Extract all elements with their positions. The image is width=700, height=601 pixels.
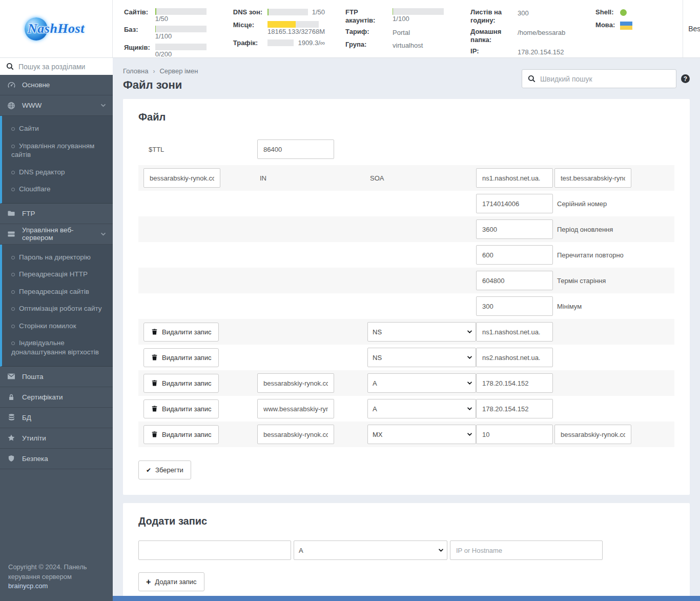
account-stats: Сайтів:1/50Баз:1/100Ящиків:0/200DNS зон:… [113, 0, 683, 57]
sidebar-subitem-label: Оптимізація роботи сайту [19, 305, 102, 312]
record-name-input[interactable] [257, 425, 334, 444]
delete-record-button[interactable]: Видалити запис [143, 323, 219, 342]
sidebar-item-utilities[interactable]: Утиліти [0, 428, 113, 449]
logo[interactable]: NashHost [0, 0, 113, 57]
sidebar-subitem[interactable]: Сайти [2, 120, 113, 137]
trash-icon [151, 354, 158, 361]
new-record-value-input[interactable] [450, 540, 603, 560]
sidebar-item-ftp[interactable]: FTP [0, 204, 113, 224]
sidebar-subitem[interactable]: Оптимізація роботи сайту [2, 300, 113, 317]
sidebar-subitem[interactable]: Пароль на директорію [2, 249, 113, 266]
top-header: NashHost Сайтів:1/50Баз:1/100Ящиків:0/20… [0, 0, 700, 58]
add-record-panel: Додати запис NSAMX + Додати запис [123, 503, 690, 601]
delete-record-button[interactable]: Видалити запис [143, 399, 219, 418]
add-record-form: NSAMX [138, 540, 674, 560]
record-extra-input[interactable] [554, 425, 631, 444]
sidebar-item-main[interactable]: Основне [0, 75, 113, 95]
zone-record-row: Серійний номер [138, 191, 674, 216]
stat-value-text: 300 [518, 8, 575, 17]
quick-search-input[interactable] [540, 75, 670, 83]
circle-bullet-icon [11, 145, 15, 148]
delete-record-button-label: Видалити запис [162, 328, 211, 336]
ttl-input[interactable] [257, 139, 334, 159]
record-type-select-wrap: NSAMX [367, 379, 476, 387]
record-type-select[interactable]: NSAMX [367, 348, 476, 367]
sidebar-item-certificates[interactable]: Сертифікати [0, 387, 113, 408]
circle-bullet-icon [11, 171, 15, 174]
record-name-input[interactable] [257, 373, 334, 393]
progress-bar [155, 8, 207, 15]
breadcrumb-separator-icon: › [153, 68, 155, 75]
sidebar-item-mail[interactable]: Пошта [0, 367, 113, 387]
stat-value-text: virtualhost [393, 41, 450, 50]
new-record-name-input[interactable] [138, 540, 291, 560]
sidebar-subitem[interactable]: Індивідуальне доналаштування віртхостів [2, 334, 113, 360]
brainycp-link[interactable]: brainycp.com [8, 582, 48, 590]
save-button-label: Зберегти [155, 466, 183, 474]
sidebar-footer: Copyright © 2024. Панель керування серве… [0, 555, 113, 601]
soa-param-input[interactable] [476, 194, 553, 213]
sidebar-subitem[interactable]: DNS редактор [2, 164, 113, 181]
sidebar-item-security[interactable]: Безпека [0, 449, 113, 469]
ttl-row: $TTL [138, 136, 674, 162]
sidebar-item-www[interactable]: WWW [0, 95, 113, 116]
soa-primary-ns-input[interactable] [476, 168, 553, 188]
stat-label: Тариф: [345, 28, 387, 37]
save-button[interactable]: ✔ Зберегти [138, 460, 191, 479]
record-type-select[interactable]: NSAMX [367, 425, 476, 444]
progress-bar [155, 26, 207, 32]
sidebar-item-db[interactable]: БД [0, 408, 113, 428]
record-type-select-wrap: NSAMX [367, 405, 476, 413]
sidebar-search-input[interactable] [18, 63, 107, 71]
sidebar-item-label: Утиліти [22, 434, 106, 442]
sidebar-subitem[interactable]: Переадресація HTTP [2, 266, 113, 283]
soa-name-input[interactable] [143, 168, 220, 188]
breadcrumb-home-link[interactable]: Головна [123, 67, 148, 75]
stat-label: Баз: [124, 26, 150, 39]
stat-value: 1/50 [267, 8, 325, 17]
help-icon[interactable]: ? [681, 74, 690, 83]
record-value-input[interactable] [476, 373, 553, 393]
table-cell [476, 245, 554, 265]
sidebar-search [0, 58, 113, 75]
record-value-input[interactable] [476, 399, 553, 418]
sidebar-subitem[interactable]: Переадресація сайтів [2, 283, 113, 300]
soa-param-label: Серійний номер [554, 200, 607, 208]
record-type-select[interactable]: NSAMX [367, 399, 476, 418]
zone-record-row: Видалити записNSAMX [138, 396, 674, 422]
record-type-select[interactable]: NSAMX [367, 322, 476, 342]
new-record-type-select[interactable]: NSAMX [294, 540, 447, 560]
record-value-input[interactable] [476, 425, 553, 444]
ukraine-flag-icon[interactable] [620, 22, 632, 30]
soa-param-input[interactable] [476, 245, 553, 265]
horizontal-scrollbar[interactable] [113, 596, 700, 601]
soa-param-input[interactable] [476, 271, 553, 290]
star-icon [7, 434, 16, 442]
stat-value [620, 8, 677, 17]
soa-param-input[interactable] [476, 296, 553, 316]
stat-value: Portal [393, 28, 450, 37]
record-value-input[interactable] [476, 322, 553, 342]
sidebar-subitem[interactable]: Cloudflare [2, 181, 113, 198]
soa-param-label: Серійний номер [554, 200, 669, 208]
app-window: NashHost Сайтів:1/50Баз:1/100Ящиків:0/20… [0, 0, 700, 601]
soa-param-label: Період оновлення [554, 226, 613, 233]
sidebar-subitem[interactable]: Управління логуванням сайтів [2, 137, 113, 164]
delete-record-button[interactable]: Видалити запис [143, 348, 219, 367]
breadcrumb: Головна › Сервер імен [123, 63, 198, 75]
trash-icon [151, 431, 158, 438]
add-record-button[interactable]: + Додати запис [138, 572, 204, 591]
delete-record-button[interactable]: Видалити запис [143, 425, 219, 444]
table-cell [476, 168, 554, 188]
delete-record-button[interactable]: Видалити запис [143, 374, 219, 393]
soa-admin-input[interactable] [554, 168, 631, 188]
sidebar-subitem[interactable]: Сторінки помилок [2, 317, 113, 335]
user-menu[interactable]: Bessarab [683, 0, 700, 57]
record-name-input[interactable] [257, 399, 334, 418]
record-value-input[interactable] [476, 348, 553, 367]
soa-param-input[interactable] [476, 219, 553, 239]
soa-param-label: Термін старіння [554, 277, 669, 285]
stat-value: 1/100 [155, 26, 213, 39]
sidebar-item-webserver[interactable]: Управління веб-сервером [0, 224, 113, 245]
record-type-select[interactable]: NSAMX [367, 373, 476, 393]
